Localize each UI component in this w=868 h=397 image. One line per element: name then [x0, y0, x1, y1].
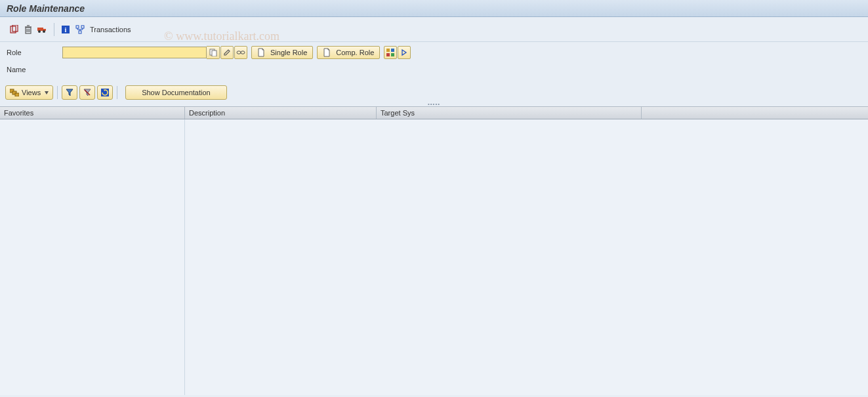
- app-toolbar: i Transactions: [0, 17, 868, 42]
- svg-rect-22: [212, 51, 217, 56]
- comp-role-label: Comp. Role: [336, 49, 374, 56]
- svg-rect-28: [386, 53, 390, 56]
- svg-rect-15: [81, 26, 84, 28]
- svg-rect-32: [15, 93, 19, 96]
- col-empty: [642, 107, 868, 119]
- views-button[interactable]: Views: [5, 85, 53, 100]
- transport-icon[interactable]: [37, 24, 49, 35]
- show-doc-label: Show Documentation: [142, 89, 211, 96]
- edit-button[interactable]: [220, 46, 234, 59]
- show-documentation-button[interactable]: Show Documentation: [125, 85, 227, 100]
- separator: [54, 23, 54, 36]
- filter-button[interactable]: [62, 85, 77, 100]
- document-icon: [323, 48, 331, 57]
- svg-rect-29: [391, 53, 394, 56]
- single-role-label: Single Role: [270, 49, 307, 56]
- search-help-button[interactable]: [207, 46, 220, 59]
- next-button[interactable]: [398, 46, 411, 59]
- col-favorites[interactable]: Favorites: [0, 107, 185, 119]
- display-button[interactable]: [234, 46, 247, 59]
- selection-button[interactable]: [384, 46, 397, 59]
- col-target-sys[interactable]: Target Sys: [377, 107, 642, 119]
- svg-point-10: [38, 30, 41, 33]
- separator: [57, 86, 58, 99]
- svg-rect-16: [79, 31, 81, 33]
- svg-point-11: [43, 30, 45, 33]
- chevron-down-icon: [45, 91, 49, 94]
- views-label: Views: [22, 89, 41, 96]
- svg-point-24: [241, 51, 245, 54]
- grid-body: [0, 119, 868, 395]
- name-label: Name: [7, 66, 62, 73]
- filter-delete-button[interactable]: [79, 85, 95, 100]
- col-description[interactable]: Description: [185, 107, 377, 119]
- svg-point-23: [237, 51, 241, 54]
- role-input[interactable]: [62, 47, 207, 58]
- name-row: Name: [7, 62, 861, 77]
- refresh-button[interactable]: [97, 85, 113, 100]
- svg-text:i: i: [65, 26, 67, 33]
- svg-rect-14: [76, 26, 79, 28]
- info-icon[interactable]: i: [60, 24, 72, 35]
- comp-role-button[interactable]: Comp. Role: [317, 46, 380, 59]
- copy-icon[interactable]: [8, 24, 20, 35]
- svg-rect-27: [391, 49, 394, 52]
- svg-rect-8: [37, 28, 43, 31]
- favorites-tree-area[interactable]: [0, 119, 185, 395]
- delete-icon[interactable]: [22, 24, 34, 35]
- role-label: Role: [7, 49, 62, 56]
- views-toolbar: Views Show Documentation: [0, 80, 868, 102]
- grid-content-area[interactable]: [185, 119, 868, 395]
- single-role-button[interactable]: Single Role: [251, 46, 313, 59]
- transactions-label[interactable]: Transactions: [90, 26, 131, 33]
- role-row: Role Single Role Comp. Role: [7, 45, 861, 60]
- title-bar: Role Maintenance: [0, 0, 868, 17]
- hierarchy-icon[interactable]: [74, 24, 86, 35]
- separator: [117, 86, 117, 99]
- grid-header: Favorites Description Target Sys: [0, 106, 868, 119]
- page-title: Role Maintenance: [7, 3, 85, 14]
- document-icon: [257, 48, 265, 57]
- svg-rect-26: [386, 49, 390, 52]
- form-area: Role Single Role Comp. Role: [0, 42, 868, 80]
